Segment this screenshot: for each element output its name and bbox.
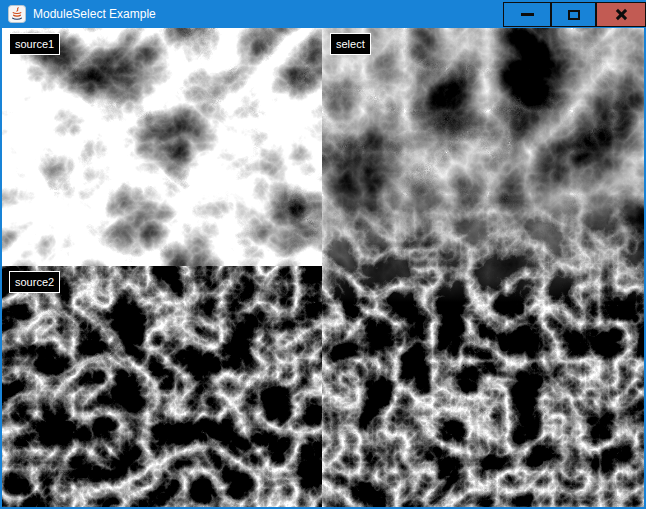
java-coffee-cup-icon[interactable] [8,5,26,23]
close-button[interactable] [596,2,646,27]
source2-noise-image [0,266,322,509]
minimize-icon [521,13,534,16]
titlebar[interactable]: ModuleSelect Example [0,0,646,28]
window-title: ModuleSelect Example [33,7,156,21]
minimize-button[interactable] [503,2,551,27]
render-canvas: source1 select source2 [0,28,646,509]
source2-label: source2 [9,271,60,293]
select-noise-image [322,28,646,509]
close-icon [615,8,628,21]
source1-noise-image [0,28,322,266]
window-border-left [0,28,2,509]
window-controls [503,2,646,27]
maximize-icon [568,10,580,20]
app-window: ModuleSelect Example [0,0,646,509]
source1-label: source1 [9,33,60,55]
select-label: select [330,33,371,55]
maximize-button[interactable] [551,2,596,27]
